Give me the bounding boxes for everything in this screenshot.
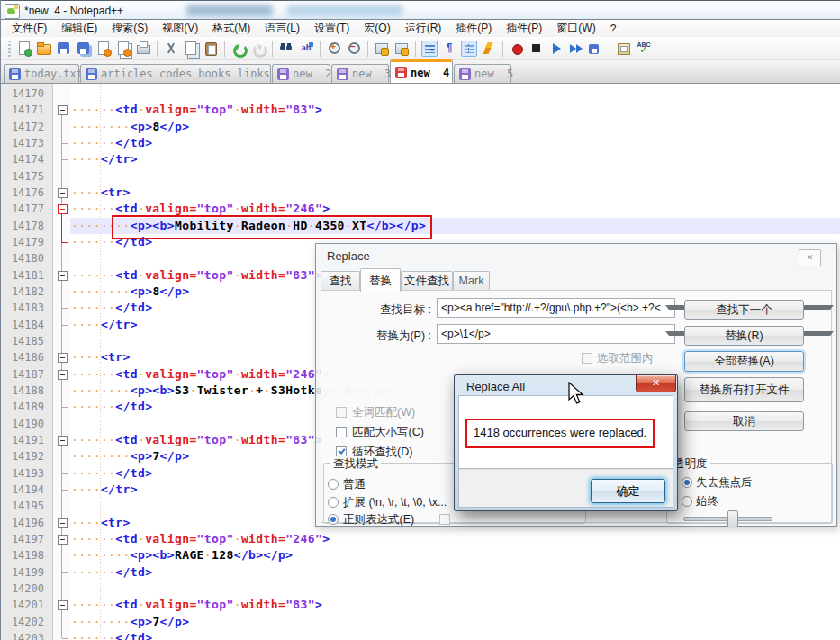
tab-articles-codes-books-links-txt[interactable]: articles codes books links.txt bbox=[80, 64, 271, 83]
mode-normal-radio[interactable] bbox=[328, 479, 339, 490]
line-number[interactable]: 14200 bbox=[1, 581, 44, 597]
word-wrap-icon[interactable] bbox=[421, 41, 438, 57]
line-number[interactable]: 14171 bbox=[1, 102, 44, 118]
new-file-icon[interactable] bbox=[16, 41, 32, 57]
tab-new-3[interactable]: new 3 bbox=[331, 64, 389, 83]
line-number[interactable]: 14194 bbox=[1, 482, 44, 498]
close-icon[interactable]: ✕ bbox=[636, 375, 676, 392]
tab-today-txt[interactable]: today.txt bbox=[4, 64, 79, 83]
line-number[interactable]: 14199 bbox=[1, 564, 44, 581]
fold-collapse-icon[interactable] bbox=[58, 600, 68, 610]
save-icon[interactable] bbox=[56, 41, 72, 57]
line-number[interactable]: 14191 bbox=[1, 432, 44, 448]
editor-line[interactable]: ······</td> bbox=[71, 135, 152, 151]
replace-all-button[interactable]: 全部替换(A) bbox=[684, 351, 804, 372]
tab-find-in-files[interactable]: 文件查找 bbox=[401, 271, 453, 291]
editor-line[interactable]: ····</tr> bbox=[71, 317, 138, 333]
line-number[interactable]: 14197 bbox=[1, 531, 44, 547]
match-case-checkbox[interactable] bbox=[336, 427, 347, 437]
tab-mark[interactable]: Mark bbox=[453, 271, 490, 291]
line-number[interactable]: 14183 bbox=[1, 300, 44, 316]
line-number[interactable]: 14170 bbox=[1, 86, 44, 102]
editor-line[interactable]: ····<tr> bbox=[71, 185, 131, 201]
line-number[interactable]: 14195 bbox=[1, 498, 44, 514]
zoom-in-icon[interactable] bbox=[326, 41, 342, 57]
save-all-icon[interactable] bbox=[76, 41, 92, 57]
line-number[interactable]: 14193 bbox=[1, 465, 44, 482]
line-number[interactable]: 14174 bbox=[1, 151, 44, 167]
editor-line[interactable]: ········<p>7</p> bbox=[71, 448, 189, 464]
menu-item-0[interactable]: 文件(F) bbox=[5, 19, 54, 38]
spell-check-icon[interactable] bbox=[636, 41, 652, 57]
editor-line[interactable]: ······</td> bbox=[71, 300, 152, 316]
paste-icon[interactable] bbox=[203, 41, 219, 57]
line-number[interactable]: 14175 bbox=[1, 168, 44, 185]
fold-collapse-icon[interactable] bbox=[58, 271, 68, 281]
transparency-slider-thumb[interactable] bbox=[727, 510, 738, 527]
line-number[interactable]: 14198 bbox=[1, 547, 44, 563]
macro-play-icon[interactable] bbox=[548, 41, 565, 57]
menu-item-2[interactable]: 搜索(S) bbox=[104, 19, 155, 38]
macro-run-multiple-icon[interactable] bbox=[568, 41, 584, 57]
fold-collapse-icon[interactable] bbox=[58, 436, 68, 446]
line-number[interactable]: 14187 bbox=[1, 366, 44, 383]
editor-line[interactable]: ······<td·valign="top"·width="83"> bbox=[71, 597, 322, 613]
open-icon[interactable] bbox=[36, 41, 52, 57]
menu-item-10[interactable]: 插件(P) bbox=[499, 19, 549, 38]
fold-collapse-icon[interactable] bbox=[58, 353, 68, 363]
editor-line[interactable]: ····<tr> bbox=[71, 515, 131, 531]
editor-line[interactable]: ······<td·valign="top"·width="83"> bbox=[71, 267, 322, 284]
sync-scroll-v-icon[interactable] bbox=[374, 41, 390, 57]
macro-save-icon[interactable] bbox=[588, 41, 604, 57]
sync-scroll-h-icon[interactable] bbox=[393, 41, 410, 57]
editor-line[interactable]: ····</tr> bbox=[71, 151, 138, 167]
macro-record-icon[interactable] bbox=[509, 41, 525, 57]
indent-guide-icon[interactable] bbox=[461, 41, 477, 57]
mode-regex-radio[interactable] bbox=[328, 514, 339, 525]
menu-item-4[interactable]: 格式(M) bbox=[205, 19, 257, 38]
line-number[interactable]: 14181 bbox=[1, 267, 44, 284]
tab-new-4[interactable]: new 4 bbox=[390, 59, 453, 83]
doc-switcher-icon[interactable] bbox=[616, 41, 632, 57]
zoom-out-icon[interactable] bbox=[346, 41, 362, 57]
line-number[interactable]: 14176 bbox=[1, 185, 44, 201]
line-number[interactable]: 14172 bbox=[1, 119, 44, 135]
macro-stop-icon[interactable] bbox=[528, 41, 545, 57]
menu-item-12[interactable]: ? bbox=[603, 21, 624, 37]
function-list-icon[interactable] bbox=[481, 41, 497, 57]
copy-icon[interactable] bbox=[183, 41, 199, 57]
line-number[interactable]: 14201 bbox=[1, 597, 44, 613]
line-number[interactable]: 14179 bbox=[1, 234, 44, 250]
editor-line[interactable]: ····<tr> bbox=[71, 349, 131, 365]
replace-button[interactable]: 替换(R) bbox=[684, 326, 804, 346]
editor-line[interactable]: ······<td·valign="top"·width="83"> bbox=[71, 102, 322, 118]
line-number[interactable]: 14182 bbox=[1, 284, 44, 300]
fold-collapse-icon[interactable] bbox=[58, 370, 68, 380]
line-number[interactable]: 14190 bbox=[1, 416, 44, 432]
tab-new-2[interactable]: new 2 bbox=[272, 64, 330, 83]
show-all-chars-icon[interactable] bbox=[441, 41, 457, 57]
find-what-input[interactable]: <p><a href="http://.+?/gpu\.php.+?">(<b>… bbox=[437, 298, 675, 318]
undo-icon[interactable] bbox=[230, 41, 247, 57]
replace-all-open-docs-button[interactable]: 替换所有打开文件 bbox=[684, 377, 804, 402]
find-icon[interactable] bbox=[278, 41, 294, 57]
editor-line[interactable]: ······<td·valign="top"·width="83"> bbox=[71, 432, 322, 448]
line-number[interactable]: 14184 bbox=[1, 317, 44, 333]
menu-item-3[interactable]: 视图(V) bbox=[155, 19, 205, 38]
close-all-icon[interactable] bbox=[115, 41, 131, 57]
cancel-button[interactable]: 取消 bbox=[684, 411, 804, 431]
fold-collapse-icon[interactable] bbox=[58, 105, 68, 115]
editor-line[interactable]: ········<p>8</p> bbox=[71, 119, 189, 135]
find-next-button[interactable]: 查找下一个 bbox=[684, 300, 804, 320]
tab-replace[interactable]: 替换 bbox=[360, 268, 401, 292]
line-number[interactable]: 14189 bbox=[1, 399, 44, 415]
line-number[interactable]: 14185 bbox=[1, 333, 44, 349]
line-number[interactable]: 14192 bbox=[1, 448, 44, 464]
close-icon[interactable]: ✕ bbox=[799, 249, 821, 266]
line-number[interactable]: 14202 bbox=[1, 614, 44, 630]
menu-item-11[interactable]: 窗口(W) bbox=[549, 19, 602, 38]
line-number[interactable]: 14196 bbox=[1, 515, 44, 531]
line-number[interactable]: 14180 bbox=[1, 250, 44, 266]
print-icon[interactable] bbox=[135, 41, 151, 57]
replace-icon[interactable] bbox=[298, 41, 314, 57]
